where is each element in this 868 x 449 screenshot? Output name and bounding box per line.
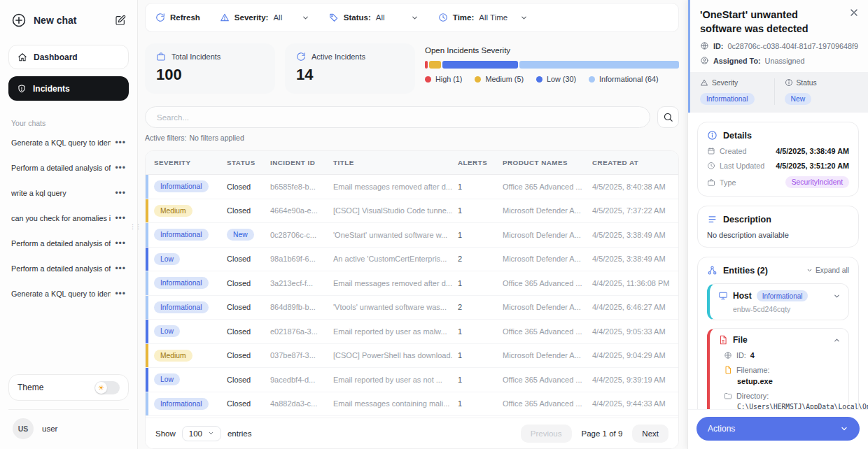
col-status[interactable]: STATUS [221,159,265,166]
entities-heading: Entities (2) [723,266,768,276]
col-title[interactable]: TITLE [328,159,452,166]
file-entity-type: File [733,335,748,345]
previous-button[interactable]: Previous [521,425,572,443]
incident-title: Email messages removed after d... [328,279,452,287]
col-product-names[interactable]: PRODUCT NAMES [497,159,587,166]
id-icon [700,41,709,50]
created-at: 4/4/2025, 9:04:29 AM [587,351,678,359]
next-button[interactable]: Next [632,425,668,443]
file-icon [718,335,728,345]
actions-button[interactable]: Actions [696,417,860,441]
sidebar-item-incidents[interactable]: Incidents [8,76,129,101]
incident-id: 4664e90a-e... [265,206,328,215]
sidebar-item-label: Dashboard [34,52,78,62]
created-label: Created [720,147,746,155]
table-row[interactable]: Informational Closed 3a213ecf-f... Email… [146,271,678,296]
chat-list-item[interactable]: Generate a KQL query to identify unusua … [8,130,129,155]
sidebar-item-dashboard[interactable]: Dashboard [8,45,129,69]
person-icon [700,56,709,65]
table-row-selected[interactable]: Informational New 0c28706c-c... 'OneStar… [146,223,678,248]
chat-menu-icon[interactable]: ••• [115,214,126,222]
chat-list-item[interactable]: write a kql query ••• [8,180,129,206]
chat-menu-icon[interactable]: ••• [115,164,126,172]
table-row[interactable]: Informational Closed 864d89fb-b... 'Vtoo… [146,296,678,320]
status-filter[interactable]: Status: All [322,13,426,22]
col-incident-id[interactable]: INCIDENT ID [265,159,328,166]
chevron-down-icon [806,267,813,273]
chat-menu-icon[interactable]: ••• [115,138,126,147]
panel-footer: Actions [688,409,868,449]
new-chat-button[interactable]: New chat [8,8,129,29]
chat-menu-icon[interactable]: ••• [115,290,126,298]
refresh-button[interactable]: Refresh [155,13,207,22]
chat-menu-icon[interactable]: ••• [115,189,126,197]
chat-list-item[interactable]: Perform a detailed analysis of incident … [8,256,129,281]
severity-badge: Low [154,253,180,265]
status-text: Closed [227,327,251,336]
panel-scroll-area[interactable]: Details Created 4/5/2025, 3:38:49 AM Las… [688,113,868,449]
shield-icon [17,84,27,94]
total-incidents-value: 100 [156,66,264,84]
alerts-count: 1 [452,327,497,336]
chevron-down-icon[interactable] [833,292,841,300]
product-names: Microsoft Defender A... [497,255,587,263]
entries-select[interactable]: 100 [182,426,221,441]
incident-id: 0c28706c-c... [265,231,328,239]
active-filters-value: No filters applied [190,134,244,142]
file-id-value: 4 [750,351,755,359]
text-lines-icon [707,214,718,224]
created-at: 4/4/2025, 9:05:33 AM [587,327,678,336]
incident-title: [CSOC] PowerShell has download... [328,351,452,359]
incident-title: Email messages removed after d... [328,183,452,191]
search-input[interactable] [145,106,650,128]
panel-header: 'OneStart' unwanted software was detecte… [688,0,868,113]
col-severity[interactable]: SEVERITY [148,159,221,166]
table-row[interactable]: Medium Closed 4664e90a-e... [CSOC] Visua… [146,199,678,224]
chat-menu-icon[interactable]: ••• [115,264,126,273]
table-row[interactable]: Informational Closed b6585fe8-b... Email… [146,175,678,199]
chat-list-item[interactable]: Perform a detailed analysis of incident … [8,231,129,256]
chevron-up-icon[interactable] [833,336,841,344]
table-row[interactable]: Low Closed 98a1b69f-6... An active 'Cust… [146,248,678,272]
chat-list-item[interactable]: can you check for anomalies indicating •… [8,206,129,231]
id-icon [724,351,732,359]
close-icon[interactable] [848,7,860,18]
type-label: Type [720,178,736,187]
chat-list-item[interactable]: Perform a detailed analysis of incident … [8,155,129,180]
incident-id: 9acedbf4-d... [265,376,328,384]
sidebar-divider [8,409,129,410]
chat-menu-icon[interactable]: ••• [115,239,126,248]
chat-list-item[interactable]: Generate a KQL query to identify unusua … [8,281,129,306]
legend-label: Low (30) [547,75,576,83]
created-at: 4/4/2025, 6:46:27 AM [587,303,678,311]
host-entity-card[interactable]: Host Informational enbw-5cd246cqty [707,283,849,320]
entries-value: 100 [189,429,202,438]
status-text: Closed [227,303,251,311]
theme-toggle[interactable]: ☀ [94,381,120,394]
edit-icon[interactable] [115,15,126,26]
alerts-count: 1 [452,399,497,408]
col-created-at[interactable]: CREATED AT [587,159,678,166]
created-value: 4/5/2025, 3:38:49 AM [776,147,849,155]
alerts-count: 2 [452,255,497,263]
table-row[interactable]: Informational Closed 4a882da3-c... Email… [146,392,678,417]
table-row[interactable]: Medium Closed 037be87f-3... [CSOC] Power… [146,344,678,369]
bar-segment-medium [429,61,442,69]
severity-filter[interactable]: Severity: All [213,13,316,22]
chevron-down-icon [840,425,848,433]
user-row[interactable]: US user [8,417,129,442]
incident-detail-title: 'OneStart' unwanted software was detecte… [700,8,840,36]
chevron-down-icon [302,14,309,22]
table-row[interactable]: Low Closed 9acedbf4-d... Email reported … [146,368,678,392]
sidebar-resize-handle[interactable]: ⋮⋮ [132,221,138,232]
chevron-down-icon [520,14,528,22]
status-text: Closed [227,206,251,215]
incident-id: 4a882da3-c... [265,399,328,408]
severity-stacked-bar [425,61,679,69]
time-filter[interactable]: Time: All Time [431,13,535,22]
table-row[interactable]: Low Closed e021876a-3... Email reported … [146,320,678,344]
expand-all-button[interactable]: Expand all [806,266,849,274]
search-button[interactable] [657,106,679,128]
col-alerts[interactable]: ALERTS [452,159,497,166]
time-filter-label: Time: [453,13,474,22]
